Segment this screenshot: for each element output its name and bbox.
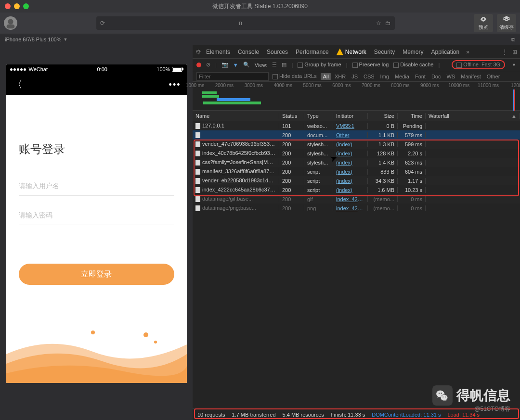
throttle-selector[interactable]: Offline Fast 3G (452, 60, 505, 69)
filter-chip-ws[interactable]: WS (444, 73, 457, 80)
tab-application[interactable]: Application (428, 45, 464, 59)
offline-checkbox[interactable]: Offline (456, 62, 479, 68)
tabs-overflow-icon[interactable]: » (466, 49, 469, 55)
eye-icon (480, 15, 487, 23)
view-list-icon[interactable]: ☰ (272, 62, 277, 68)
col-time[interactable]: Time (398, 113, 426, 119)
filter-chip-other[interactable]: Other (484, 73, 503, 80)
filter-input[interactable] (196, 72, 269, 81)
search-icon[interactable]: 🔍 (243, 62, 250, 68)
file-icon (195, 178, 200, 184)
capture-icon[interactable]: 📷 (221, 62, 228, 68)
login-button[interactable]: 立即登录 (19, 264, 174, 285)
clock: 0:00 (97, 66, 107, 72)
tab-security[interactable]: Security (370, 45, 399, 59)
group-by-frame-checkbox[interactable]: Group by frame (298, 62, 341, 68)
phone-body: 账号登录 立即登录 (6, 95, 187, 383)
col-initiator[interactable]: Initiator (333, 113, 368, 119)
address-text: n (109, 20, 372, 26)
table-row[interactable]: index_4222cc645aa28b6c376f.js200script(i… (193, 185, 520, 194)
filter-chip-css[interactable]: CSS (361, 73, 377, 80)
col-name[interactable]: Name (193, 113, 279, 119)
inspect-icon[interactable]: ⯐ (195, 49, 201, 55)
reload-icon[interactable]: ⟳ (100, 20, 105, 26)
tab-console[interactable]: Console (234, 45, 263, 59)
col-status[interactable]: Status (279, 113, 304, 119)
table-row[interactable]: data:image/gif;base...200gifindex_4222cc… (193, 194, 520, 204)
preview-button[interactable]: 预览 (474, 14, 493, 32)
filter-chip-font[interactable]: Font (413, 73, 428, 80)
minimize-icon[interactable] (14, 3, 20, 9)
col-type[interactable]: Type (304, 113, 333, 119)
address-bar[interactable]: ⟳ n ☆ 🗀 (96, 16, 395, 30)
disable-cache-checkbox[interactable]: Disable cache (393, 62, 433, 68)
table-row[interactable]: vender_eb220580d1983c1d24...200script(in… (193, 176, 520, 185)
devtools-panel: ⯐ ElementsConsoleSourcesPerformanceNetwo… (193, 45, 520, 420)
file-icon (195, 141, 200, 147)
status-finish: Finish: 11.33 s (331, 412, 365, 418)
toolbar: ⟳ n ☆ 🗀 预览 清缓存 (0, 13, 520, 34)
username-field[interactable] (19, 176, 174, 196)
filter-chip-xhr[interactable]: XHR (332, 73, 348, 80)
table-row[interactable]: data:image/png;base...200pngindex_4222cc… (193, 204, 520, 213)
maximize-icon[interactable] (23, 3, 29, 9)
filter-chip-js[interactable]: JS (349, 73, 360, 80)
signal-indicator: WeChat (10, 66, 48, 72)
main: WeChat 0:00 100% 〈 ••• 账号登录 立即登录 (0, 45, 520, 420)
status-requests: 10 requests (197, 412, 225, 418)
table-row[interactable]: index_40c78b6425f0cfbcb93fa...200stylesh… (193, 149, 520, 158)
filter-icon[interactable]: ▼ (233, 62, 238, 68)
more-icon[interactable]: ••• (169, 80, 181, 90)
star-icon[interactable]: ☆ (376, 20, 381, 26)
detach-icon[interactable]: ⧉ (511, 37, 515, 43)
filter-chip-manifest[interactable]: Manifest (458, 73, 483, 80)
view-large-icon[interactable]: ▤ (282, 62, 286, 68)
timeline[interactable]: 1000 ms2000 ms3000 ms4000 ms5000 ms6000 … (193, 82, 520, 111)
battery-icon (172, 67, 182, 72)
folder-icon[interactable]: 🗀 (385, 20, 391, 26)
phone-navbar: 〈 ••• (6, 74, 187, 95)
table-row[interactable]: 200docum...Other1.1 KB579 ms (193, 130, 520, 140)
preserve-log-checkbox[interactable]: Preserve log (352, 62, 389, 68)
chevron-down-icon[interactable]: ▼ (512, 63, 516, 67)
col-waterfall[interactable]: Waterfall▲ (426, 113, 520, 119)
file-icon (195, 160, 200, 165)
table-row[interactable]: manifest_3326aff8f6a0f8a87e8...200script… (193, 167, 520, 176)
status-dcl: DOMContentLoaded: 11.31 s (372, 412, 441, 418)
titlebar: 微信开发者工具 Stable 1.03.2006090 (0, 0, 520, 13)
hide-data-urls-checkbox[interactable]: Hide data URLs (273, 73, 317, 79)
close-icon[interactable] (5, 3, 11, 9)
file-icon (195, 187, 200, 193)
clear-cache-button[interactable]: 清缓存 (497, 14, 516, 32)
layers-icon (503, 15, 510, 23)
device-selector[interactable]: iPhone 6/7/8 Plus 100% ▼ (5, 37, 67, 42)
tab-elements[interactable]: Elements (202, 45, 234, 59)
tab-memory[interactable]: Memory (399, 45, 427, 59)
record-icon[interactable] (196, 63, 201, 67)
svg-point-0 (91, 331, 95, 334)
filter-chip-all[interactable]: All (321, 73, 331, 80)
back-icon[interactable]: 〈 (12, 77, 23, 92)
table-row[interactable]: 127.0.0.1101webso...VM55:10 BPending (193, 121, 520, 130)
sub-toolbar: iPhone 6/7/8 Plus 100% ▼ ⧉ (0, 34, 520, 45)
clear-icon[interactable]: ⊘ (206, 62, 210, 68)
filter-chip-img[interactable]: Img (378, 73, 391, 80)
table-row[interactable]: vender_47e706938c96bf353e7...200stylesh.… (193, 140, 520, 149)
filter-chip-media[interactable]: Media (392, 73, 412, 80)
tab-performance[interactable]: Performance (292, 45, 333, 59)
col-size[interactable]: Size (368, 113, 398, 119)
tab-network[interactable]: Network (333, 45, 370, 59)
settings-icon[interactable]: ⋮ (502, 49, 507, 55)
status-load: Load: 11.34 s (447, 412, 480, 418)
filter-chip-doc[interactable]: Doc (429, 73, 443, 80)
avatar[interactable] (4, 16, 17, 30)
tab-sources[interactable]: Sources (263, 45, 292, 59)
svg-point-1 (143, 332, 148, 337)
table-body: 127.0.0.1101webso...VM55:10 BPending200d… (193, 121, 520, 408)
chevron-down-icon: ▼ (63, 37, 67, 42)
table-row[interactable]: css?family=Josefin+Sans|Mon...200stylesh… (193, 158, 520, 167)
dock-icon[interactable]: ⊞ (512, 49, 517, 55)
password-field[interactable] (19, 205, 174, 225)
login-title: 账号登录 (19, 141, 174, 157)
wave-decoration (6, 325, 187, 383)
